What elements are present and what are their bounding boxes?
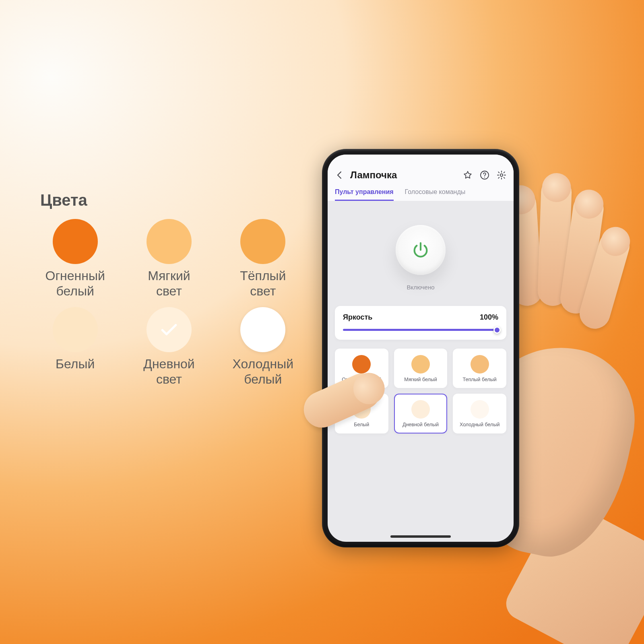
svg-point-2 — [500, 174, 503, 176]
brightness-value: 100% — [480, 313, 498, 322]
app-screen: Лампочка Пульт управления — [328, 155, 514, 542]
tile-swatch — [411, 355, 430, 374]
palette-item: Дневной свет — [134, 307, 204, 387]
tab-remote[interactable]: Пульт управления — [335, 188, 394, 201]
color-tiles: Огненный белый Мягкий белый Теплый белый… — [335, 349, 506, 433]
palette-label: Белый — [56, 356, 95, 372]
tile-label: Холодный белый — [460, 422, 500, 427]
tile-day-white[interactable]: Дневной белый — [394, 394, 448, 433]
palette-label: Холодный белый — [233, 356, 293, 387]
check-icon — [159, 320, 179, 340]
help-icon[interactable] — [480, 170, 489, 180]
swatch-day-light — [147, 307, 192, 352]
tile-warm-white[interactable]: Теплый белый — [453, 349, 506, 388]
palette-label: Огненный белый — [45, 268, 105, 299]
tile-label: Дневной белый — [402, 422, 439, 427]
swatch-cold-white — [240, 307, 285, 352]
tile-swatch — [352, 400, 371, 419]
swatch-soft-light — [147, 219, 192, 264]
palette-item: Белый — [53, 307, 98, 387]
palette-item: Холодный белый — [233, 307, 293, 387]
power-area: Включено — [328, 201, 514, 306]
gear-icon[interactable] — [497, 170, 506, 180]
tile-swatch — [411, 400, 430, 419]
page-title: Лампочка — [350, 169, 457, 181]
palette-item: Огненный белый — [45, 219, 105, 299]
brightness-card: Яркость 100% — [335, 306, 506, 340]
tile-cold-white[interactable]: Холодный белый — [453, 394, 506, 433]
tile-label: Мягкий белый — [404, 377, 437, 382]
phone: Лампочка Пульт управления — [322, 149, 519, 547]
color-palette: Цвета Огненный белый Мягкий свет Тёплый … — [40, 191, 298, 387]
tile-white[interactable]: Белый — [335, 394, 388, 433]
power-status: Включено — [407, 284, 434, 291]
tile-swatch — [471, 355, 489, 374]
power-button[interactable] — [396, 225, 446, 275]
palette-grid: Огненный белый Мягкий свет Тёплый свет Б… — [40, 219, 298, 387]
tile-fire-white[interactable]: Огненный белый — [335, 349, 388, 388]
swatch-fire-white — [53, 219, 98, 264]
palette-label: Дневной свет — [134, 356, 204, 387]
brightness-label: Яркость — [343, 313, 372, 322]
palette-item: Тёплый свет — [228, 219, 298, 299]
tile-soft-white[interactable]: Мягкий белый — [394, 349, 448, 388]
tile-label: Огненный белый — [342, 377, 381, 382]
tab-voice[interactable]: Голосовые команды — [405, 188, 466, 201]
palette-label: Тёплый свет — [228, 268, 298, 299]
home-indicator — [390, 535, 451, 538]
palette-title: Цвета — [40, 191, 298, 209]
swatch-white — [53, 307, 98, 352]
tile-label: Белый — [354, 422, 369, 427]
tile-label: Теплый белый — [463, 377, 497, 382]
swatch-warm-light — [240, 219, 285, 264]
app-header: Лампочка Пульт управления — [328, 155, 514, 201]
palette-item: Мягкий свет — [134, 219, 204, 299]
power-icon — [411, 241, 430, 259]
tile-swatch — [352, 355, 371, 374]
star-icon[interactable] — [463, 170, 473, 180]
palette-label: Мягкий свет — [134, 268, 204, 299]
brightness-slider[interactable] — [343, 329, 498, 331]
svg-point-1 — [484, 177, 485, 178]
tile-swatch — [471, 400, 489, 419]
slider-thumb[interactable] — [493, 326, 501, 334]
back-icon[interactable] — [335, 170, 345, 180]
tabs: Пульт управления Голосовые команды — [335, 188, 506, 201]
